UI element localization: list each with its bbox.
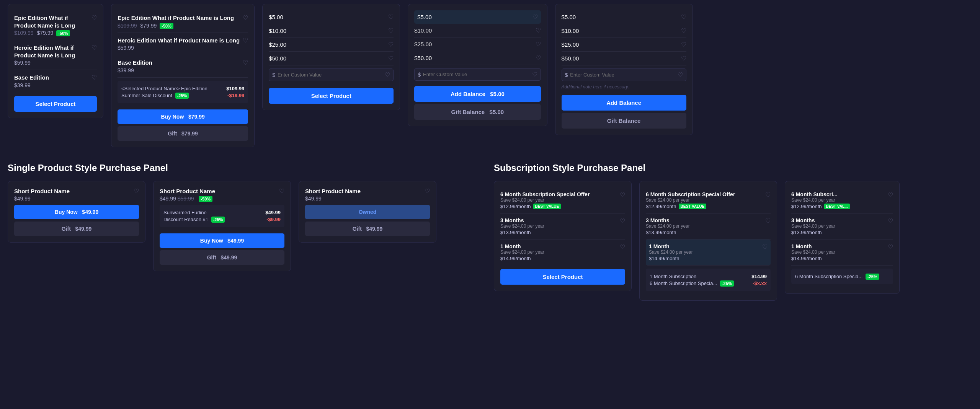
subscription-item[interactable]: 3 Months Save $24.00 per year $13.99/mon… <box>646 213 771 240</box>
sub-price-row: $14.99/month <box>500 256 544 261</box>
amount-option[interactable]: $50.00 ♡ <box>414 51 541 65</box>
amount-label: $5.00 <box>417 14 432 20</box>
amount-option[interactable]: $10.00 ♡ <box>269 24 394 38</box>
wishlist-icon[interactable]: ♡ <box>532 71 537 78</box>
panel-box-2: Epic Edition What if Product Name is Lon… <box>111 4 255 147</box>
wishlist-icon[interactable]: ♡ <box>425 187 430 195</box>
discount-badge: -25% <box>175 93 189 99</box>
wishlist-icon[interactable]: ♡ <box>762 243 768 251</box>
subscription-item[interactable]: 1 Month Save $24.00 per year $14.99/mont… <box>791 240 893 266</box>
sub-price-row: $14.99/month <box>649 256 693 261</box>
product-item[interactable]: Heroic Edition What if Product Name is L… <box>14 40 97 70</box>
buy-now-button[interactable]: Buy Now $49.99 <box>14 205 139 219</box>
amount-option[interactable]: $5.00 ♡ <box>269 10 394 24</box>
product-item[interactable]: Heroic Edition What if Product Name is L… <box>118 33 248 55</box>
amount-option[interactable]: $25.00 ♡ <box>414 37 541 51</box>
buy-now-button[interactable]: Buy Now $49.99 <box>160 233 284 248</box>
multi-product-panel-5: $5.00 ♡ $10.00 ♡ $25.00 ♡ $50.00 ♡ $ <box>551 0 697 151</box>
order-row-product: Sunwarmed Furline $49.99 <box>163 210 281 215</box>
amount-option[interactable]: $10.00 ♡ <box>562 24 686 38</box>
subscription-item[interactable]: 1 Month Save $24.00 per year $14.99/mont… <box>500 240 625 265</box>
amount-option[interactable]: $50.00 ♡ <box>562 52 686 65</box>
discount-badge: -25% <box>866 274 879 280</box>
wishlist-icon[interactable]: ♡ <box>388 27 394 34</box>
gift-button[interactable]: Gift $49.99 <box>305 222 430 236</box>
subscription-item[interactable]: 3 Months Save $24.00 per year $13.99/mon… <box>500 213 625 240</box>
wishlist-icon[interactable]: ♡ <box>765 217 771 225</box>
gift-button[interactable]: Gift $49.99 <box>14 222 139 236</box>
wishlist-icon[interactable]: ♡ <box>681 55 686 62</box>
wishlist-icon[interactable]: ♡ <box>888 217 893 225</box>
wishlist-icon[interactable]: ♡ <box>134 187 139 195</box>
wishlist-icon[interactable]: ♡ <box>388 13 394 21</box>
subscription-item[interactable]: 6 Month Subscription Special Offer Save … <box>500 187 625 213</box>
owned-button[interactable]: Owned <box>305 205 430 219</box>
product-item[interactable]: Epic Edition What if Product Name is Lon… <box>14 10 97 40</box>
sub-price: $13.99/month <box>500 230 531 235</box>
gift-balance-button[interactable]: Gift Balance $5.00 <box>414 104 541 120</box>
amount-option[interactable]: $25.00 ♡ <box>269 38 394 52</box>
add-balance-button[interactable]: Add Balance $5.00 <box>414 86 541 102</box>
add-balance-button[interactable]: Add Balance <box>562 95 686 111</box>
product-item[interactable]: Base Edition $39.99 ♡ <box>118 55 248 78</box>
wishlist-icon[interactable]: ♡ <box>678 71 683 78</box>
wishlist-icon[interactable]: ♡ <box>620 243 625 251</box>
select-product-button[interactable]: Select Product <box>500 269 625 285</box>
discount-badge: -50% <box>199 196 212 202</box>
subscription-item[interactable]: 3 Months Save $24.00 per year $13.99/mon… <box>791 213 893 240</box>
sub-name: 1 Month <box>791 243 835 249</box>
subscription-item[interactable]: 6 Month Subscription Special Offer Save … <box>646 187 771 213</box>
gift-balance-button[interactable]: Gift Balance <box>562 113 686 129</box>
wishlist-icon[interactable]: ♡ <box>532 13 538 21</box>
custom-amount-input[interactable] <box>278 72 382 78</box>
wishlist-icon[interactable]: ♡ <box>243 37 248 44</box>
wishlist-icon[interactable]: ♡ <box>681 13 686 21</box>
amount-option-selected[interactable]: $5.00 ♡ <box>414 10 541 24</box>
order-discount-label: Summer Sale Discount -25% <box>121 93 189 98</box>
wishlist-icon[interactable]: ♡ <box>681 41 686 48</box>
wishlist-icon[interactable]: ♡ <box>243 14 248 21</box>
select-product-button[interactable]: Select Product <box>269 88 394 104</box>
wishlist-icon[interactable]: ♡ <box>388 41 394 48</box>
wishlist-icon[interactable]: ♡ <box>91 44 97 51</box>
wishlist-icon[interactable]: ♡ <box>765 191 771 199</box>
product-item[interactable]: Base Edition $39.99 ♡ <box>14 70 97 92</box>
subscription-item[interactable]: 6 Month Subscri... Save $24.00 per year … <box>791 187 893 213</box>
multi-product-panel-1: Epic Edition What if Product Name is Lon… <box>4 0 107 151</box>
wishlist-icon[interactable]: ♡ <box>243 59 248 66</box>
original-price: $109.99 <box>14 30 34 36</box>
amount-option[interactable]: $25.00 ♡ <box>562 38 686 52</box>
amount-option[interactable]: $10.00 ♡ <box>414 24 541 37</box>
select-product-button[interactable]: Select Product <box>14 96 97 112</box>
custom-amount-input[interactable] <box>423 72 529 77</box>
wishlist-icon[interactable]: ♡ <box>888 191 893 199</box>
sub-price-row: $13.99/month <box>646 230 690 235</box>
sub-price-row: $12.99/month BEST VALUE <box>646 204 735 209</box>
wishlist-icon[interactable]: ♡ <box>91 74 97 81</box>
wishlist-icon[interactable]: ♡ <box>536 54 541 62</box>
wishlist-icon[interactable]: ♡ <box>620 191 625 199</box>
custom-amount-input[interactable] <box>570 72 674 78</box>
product-name: Short Product Name <box>160 187 215 195</box>
discount-badge: -50% <box>56 30 70 36</box>
wishlist-icon[interactable]: ♡ <box>888 243 893 251</box>
wishlist-icon[interactable]: ♡ <box>681 27 686 34</box>
gift-button[interactable]: Gift $79.99 <box>118 126 248 141</box>
amount-option[interactable]: $50.00 ♡ <box>269 52 394 65</box>
wishlist-icon[interactable]: ♡ <box>91 14 97 21</box>
wishlist-icon[interactable]: ♡ <box>385 71 390 78</box>
amount-option[interactable]: $5.00 ♡ <box>562 10 686 24</box>
order-row-discount: Discount Reason #1 -25% -$9.99 <box>163 217 281 222</box>
wishlist-icon[interactable]: ♡ <box>388 55 394 62</box>
wishlist-icon[interactable]: ♡ <box>536 41 541 48</box>
product-price: $59.99 <box>14 60 88 66</box>
wishlist-icon[interactable]: ♡ <box>620 217 625 225</box>
product-price: $39.99 <box>118 67 152 73</box>
buy-now-button[interactable]: Buy Now $79.99 <box>118 109 248 124</box>
subscription-item-selected[interactable]: 1 Month Save $24.00 per year $14.99/mont… <box>646 240 771 266</box>
product-item[interactable]: Epic Edition What if Product Name is Lon… <box>118 10 248 33</box>
gift-button[interactable]: Gift $49.99 <box>160 250 284 265</box>
multi-product-panel-3: $5.00 ♡ $10.00 ♡ $25.00 ♡ $50.00 ♡ $ <box>258 0 404 151</box>
wishlist-icon[interactable]: ♡ <box>536 27 541 34</box>
wishlist-icon[interactable]: ♡ <box>279 187 284 195</box>
